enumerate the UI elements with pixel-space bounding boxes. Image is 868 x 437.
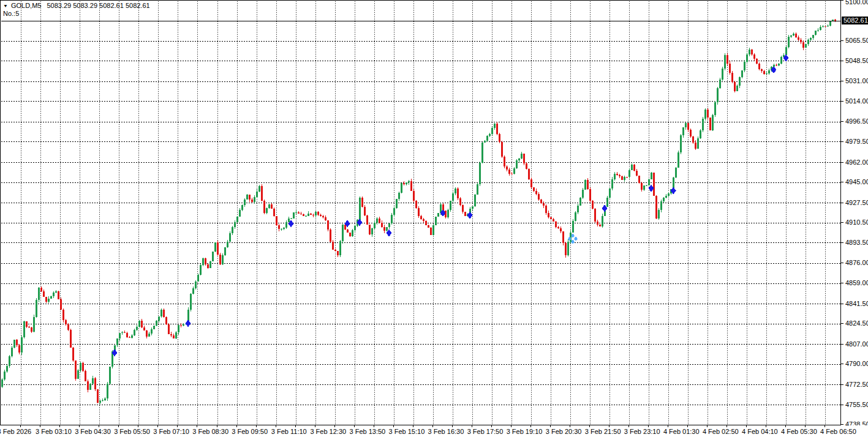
candle [43,291,45,297]
candle [80,363,81,370]
candle [141,321,143,327]
candle [832,20,834,21]
time-axis-tick [609,425,609,427]
candle [124,332,126,333]
chart-plot-area[interactable]: ▼GOLD,M55083.29 5083.29 5082.61 5082.61 … [0,0,841,425]
candle [58,291,59,299]
price-axis-tick [841,0,843,1]
candle [633,165,635,171]
price-axis[interactable]: 5082.61 5100.005065.505048.505031.005014… [841,0,868,425]
candle [597,222,598,225]
candle [241,205,243,210]
candle [758,64,760,69]
time-axis-tick [59,425,60,427]
candle [26,321,28,327]
candle [160,310,162,316]
candle [481,143,483,163]
candle [753,54,755,59]
price-axis-label: 4790.00 [845,360,868,367]
candle [298,212,300,214]
candle [690,130,692,136]
time-axis-label: 3 Feb 11:10 [271,428,307,435]
candle [523,154,525,163]
candle [812,35,814,38]
candle [535,191,537,195]
candle [450,201,451,209]
candle [800,40,802,42]
price-axis-tick [841,203,843,203]
candle [638,176,640,184]
candle [479,163,481,184]
price-axis-tick [841,61,843,61]
price-axis-label: 5014.00 [845,97,868,105]
candle [825,26,826,27]
price-axis-tick [841,81,843,81]
candle [572,221,574,233]
candlestick-plot[interactable] [1,1,841,425]
candle [359,198,361,220]
candle [249,195,251,200]
price-axis-label: 4859.00 [845,279,868,286]
time-axis-label: 3 Feb 20:30 [546,428,582,435]
price-axis-label: 5031.00 [845,77,868,84]
candle [11,348,13,356]
candle [817,30,819,31]
time-axis[interactable]: 3 Feb 20263 Feb 03:103 Feb 04:303 Feb 05… [0,425,868,437]
candle [506,166,508,169]
candle [168,324,170,334]
candle [92,378,94,384]
chart-window: ▼GOLD,M55083.29 5083.29 5082.61 5082.61 … [0,0,868,437]
price-axis-tick [841,283,843,283]
price-axis-tick [841,384,843,385]
price-axis-label: 4824.50 [845,319,868,327]
price-axis-tick [841,162,843,163]
candle [778,64,780,65]
candle [300,214,302,214]
candle [494,124,496,129]
time-axis-label: 4 Feb 04:10 [742,428,778,435]
candle [261,186,263,201]
candle [567,242,569,255]
candle [33,317,35,332]
candle [244,200,246,205]
time-axis-tick [157,425,158,427]
candle [780,57,782,64]
price-axis-tick [841,304,843,304]
candle [278,225,280,230]
candle [134,330,135,335]
time-axis-label: 3 Feb 13:50 [349,428,385,435]
candle [327,220,329,230]
time-axis-tick [687,425,688,427]
candle [119,333,121,338]
candle [589,189,591,201]
candle [575,212,576,221]
candle [408,181,410,183]
time-axis-label: 3 Feb 05:50 [114,428,150,435]
candle [714,102,716,115]
candle [21,337,23,353]
candle [322,216,324,218]
time-axis-label: 3 Feb 03:10 [36,428,72,435]
candle [109,367,111,384]
candle [207,264,209,267]
candle [200,265,202,274]
price-axis-tick [841,222,843,223]
candle [376,219,378,223]
candle [455,189,456,194]
candle [702,119,704,131]
candle [65,320,67,324]
candle [320,215,322,216]
time-axis-label: 4 Feb 01:30 [663,428,700,435]
candle [425,221,427,225]
candle [352,230,353,236]
candle [224,247,226,255]
candle [403,183,405,184]
candle [553,219,554,222]
candle [126,333,128,337]
candle [420,216,422,219]
price-axis-tick [841,40,843,41]
candle [734,82,736,91]
candle [334,250,336,251]
candle [543,203,545,206]
price-axis-label: 4962.00 [845,159,868,166]
